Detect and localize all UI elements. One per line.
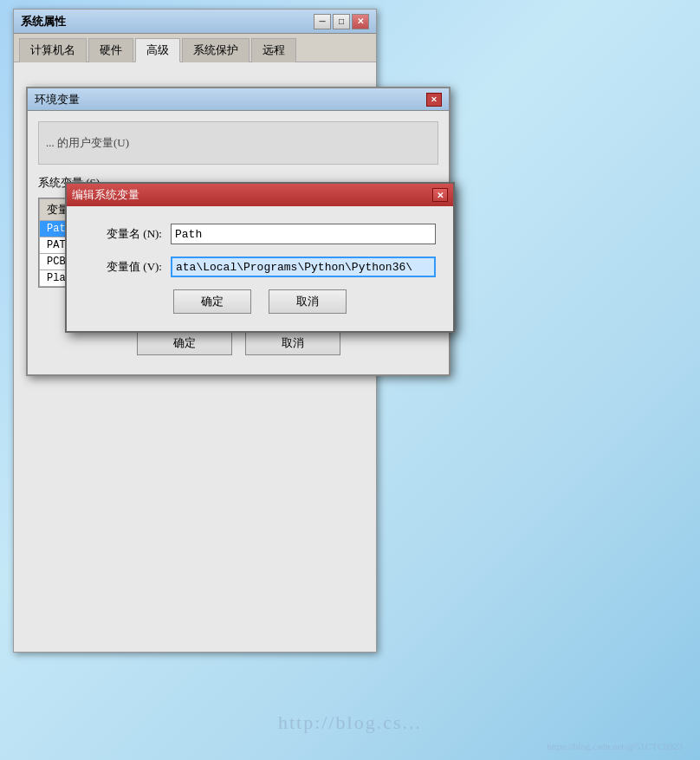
var-value-label: 变量值 (V): <box>84 259 162 275</box>
edit-dialog-buttons: 确定 取消 <box>84 289 436 314</box>
var-name-input[interactable] <box>171 224 436 244</box>
var-value-row: 变量值 (V): <box>84 257 436 277</box>
var-name-row: 变量名 (N): <box>84 224 436 244</box>
watermark-main: http://blog.cs... <box>0 711 700 734</box>
user-vars-label: ... 的用户变量(U) <box>46 135 129 151</box>
env-cancel-button[interactable]: 取消 <box>245 331 340 355</box>
watermark-sub: https://blog.csdn.net/@51CTC8923 <box>547 741 683 751</box>
main-window-controls: ─ □ ✕ <box>314 14 369 29</box>
edit-dialog-title: 编辑系统变量 <box>72 187 139 203</box>
edit-dialog: 编辑系统变量 ✕ 变量名 (N): 变量值 (V): 确定 取消 <box>65 182 455 333</box>
edit-cancel-button[interactable]: 取消 <box>269 289 347 314</box>
user-vars-area: ... 的用户变量(U) <box>38 121 438 165</box>
env-window-title: 环境变量 <box>35 92 80 107</box>
tab-advanced[interactable]: 高级 <box>135 38 180 62</box>
env-title-bar: 环境变量 ✕ <box>28 88 449 111</box>
tab-computer-name[interactable]: 计算机名 <box>19 38 87 62</box>
close-button[interactable]: ✕ <box>352 14 369 29</box>
env-confirm-button[interactable]: 确定 <box>137 331 232 355</box>
tab-hardware[interactable]: 硬件 <box>88 38 133 62</box>
edit-close-button[interactable]: ✕ <box>432 188 448 202</box>
main-title-bar: 系统属性 ─ □ ✕ <box>14 10 376 34</box>
var-name-label: 变量名 (N): <box>84 226 162 242</box>
var-value-input[interactable] <box>171 257 436 277</box>
tab-bar: 计算机名 硬件 高级 系统保护 远程 <box>14 34 376 62</box>
maximize-button[interactable]: □ <box>333 14 350 29</box>
main-window-title: 系统属性 <box>21 14 66 29</box>
edit-dialog-content: 变量名 (N): 变量值 (V): 确定 取消 <box>67 206 453 331</box>
tab-system-protection[interactable]: 系统保护 <box>182 38 250 62</box>
edit-title-bar: 编辑系统变量 ✕ <box>67 184 453 206</box>
tab-remote[interactable]: 远程 <box>251 38 296 62</box>
edit-confirm-button[interactable]: 确定 <box>173 289 251 314</box>
env-close-button[interactable]: ✕ <box>426 93 442 107</box>
minimize-button[interactable]: ─ <box>314 14 331 29</box>
